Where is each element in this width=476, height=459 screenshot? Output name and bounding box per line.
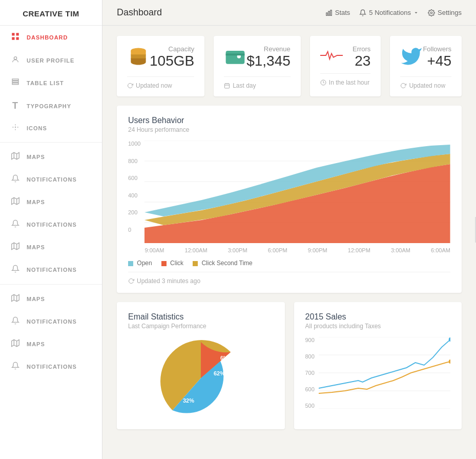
refresh-icon-2 <box>400 83 406 89</box>
email-stats-subtitle: Last Campaign Performance <box>128 323 274 330</box>
settings-label: Settings <box>438 9 462 16</box>
bell-icon-2 <box>10 219 20 230</box>
revenue-label: Revenue <box>246 45 291 53</box>
capacity-values: Capacity 105GB <box>150 45 194 69</box>
capacity-footer: Updated now <box>127 76 194 89</box>
revenue-footer: Last day <box>224 76 291 89</box>
line-chart-svg <box>319 337 450 409</box>
area-chart-svg <box>144 141 450 243</box>
svg-text:62%: 62% <box>214 370 225 376</box>
sidebar-item-maps-4[interactable]: Maps <box>0 288 102 310</box>
maps-icon-5 <box>10 339 20 349</box>
followers-value: +45 <box>423 53 451 69</box>
typography-icon: T <box>10 101 20 111</box>
sidebar-label-typography: Typography <box>27 103 71 109</box>
revenue-footer-text: Last day <box>233 82 256 89</box>
sidebar-item-typography[interactable]: T Typography <box>0 94 102 117</box>
errors-value: 23 <box>353 53 370 69</box>
chart-wrapper: 1000 800 600 400 200 0 <box>128 141 450 253</box>
sidebar-label-table-list: Table List <box>27 80 64 86</box>
legend-click-second: Click Second Time <box>193 260 253 267</box>
settings-button[interactable]: Settings <box>428 9 462 16</box>
svg-rect-5 <box>12 79 18 81</box>
sidebar-item-table-list[interactable]: Table List <box>0 72 102 94</box>
topnav: Dashboard Stats 5 Notifications Settings <box>102 0 476 26</box>
svg-rect-34 <box>226 54 245 56</box>
svg-point-4 <box>14 57 16 59</box>
capacity-card: Capacity 105GB Updated now <box>117 36 204 96</box>
area-chart-container: 9:00AM 12:00AM 3:00PM 6:00PM 9:00PM 12:0… <box>144 141 450 253</box>
sidebar-label-maps-1: Maps <box>27 154 45 160</box>
svg-text:6%: 6% <box>220 355 228 361</box>
svg-marker-19 <box>12 243 19 249</box>
user-icon <box>10 55 20 66</box>
followers-values: Followers +45 <box>423 45 451 69</box>
database-icon <box>127 45 150 72</box>
sidebar-item-user-profile[interactable]: User Profile <box>0 49 102 72</box>
svg-rect-35 <box>225 84 230 88</box>
svg-marker-13 <box>12 152 19 159</box>
stats-label: Stats <box>335 9 350 16</box>
svg-rect-28 <box>326 13 327 15</box>
maps-icon-1 <box>10 152 20 162</box>
svg-text:32%: 32% <box>183 397 194 404</box>
legend-open: Open <box>128 260 152 267</box>
svg-rect-0 <box>12 33 14 35</box>
page-title: Dashboard <box>117 7 162 18</box>
followers-card: Followers +45 Updated now <box>390 36 462 96</box>
notification-bell-icon <box>359 9 366 16</box>
sidebar-item-maps-1[interactable]: Maps <box>0 146 102 168</box>
sidebar-label-notifications-2: Notifications <box>27 222 77 228</box>
sidebar-label-dashboard: Dashboard <box>27 34 68 41</box>
sidebar-item-notifications-5[interactable]: Notifications <box>0 355 102 378</box>
maps-icon-2 <box>10 197 20 207</box>
sales-subtitle: All products including Taxes <box>305 323 451 330</box>
pie-chart-svg: 62% 32% 6% <box>155 337 247 419</box>
svg-point-31 <box>430 12 432 14</box>
sidebar-item-maps-3[interactable]: Maps <box>0 236 102 258</box>
clock-icon <box>320 79 326 86</box>
notifications-button[interactable]: 5 Notifications <box>359 9 419 16</box>
refresh-icon <box>127 83 133 89</box>
pulse-icon <box>320 45 343 67</box>
bell-icon-1 <box>10 174 20 185</box>
chevron-down-icon <box>413 10 419 15</box>
chart-legend: Open Click Click Second Time <box>128 260 450 267</box>
sidebar-item-notifications-1[interactable]: Notifications <box>0 168 102 191</box>
capacity-value: 105GB <box>150 53 194 69</box>
svg-rect-7 <box>12 83 18 85</box>
followers-card-top: Followers +45 <box>400 45 451 72</box>
sidebar-label-maps-4: Maps <box>27 296 45 302</box>
svg-rect-30 <box>330 10 332 15</box>
refresh-icon-3 <box>128 278 134 284</box>
sidebar-item-maps-2[interactable]: Maps <box>0 191 102 213</box>
sidebar-label-maps-5: Maps <box>27 341 45 347</box>
sidebar-item-notifications-3[interactable]: Notifications <box>0 258 102 281</box>
errors-label: Errors <box>353 45 370 53</box>
sidebar-item-notifications-4[interactable]: Notifications <box>0 310 102 333</box>
line-chart-container: 900 800 700 600 500 <box>305 337 451 419</box>
stats-button[interactable]: Stats <box>325 9 350 16</box>
svg-marker-25 <box>12 340 19 346</box>
sidebar-item-dashboard[interactable]: Dashboard <box>0 26 102 49</box>
behavior-chart-section: Users Behavior 24 Hours performance 1000… <box>117 106 462 293</box>
email-stats-card: Email Statistics Last Campaign Performan… <box>117 302 285 429</box>
svg-rect-29 <box>328 11 329 15</box>
email-stats-title: Email Statistics <box>128 312 274 322</box>
svg-marker-16 <box>12 197 19 204</box>
stats-icon <box>325 9 333 16</box>
sidebar-item-maps-5[interactable]: Maps <box>0 333 102 355</box>
errors-card: Errors 23 In the last hour <box>310 36 381 96</box>
sidebar-label-maps-3: Maps <box>27 244 45 250</box>
sidebar-label-notifications-5: Notifications <box>27 364 77 370</box>
sidebar-label-maps-2: Maps <box>27 199 45 205</box>
revenue-value: $1,345 <box>246 53 291 69</box>
maps-icon-4 <box>10 294 20 304</box>
wallet-icon <box>224 45 246 72</box>
sidebar-item-icons[interactable]: Icons <box>0 117 102 139</box>
sales-title: 2015 Sales <box>305 312 451 322</box>
sidebar-item-notifications-2[interactable]: Notifications <box>0 213 102 236</box>
brand-logo: CREATIVE TIM <box>0 0 102 26</box>
sidebar-divider-2 <box>0 284 102 285</box>
svg-rect-1 <box>16 33 19 35</box>
